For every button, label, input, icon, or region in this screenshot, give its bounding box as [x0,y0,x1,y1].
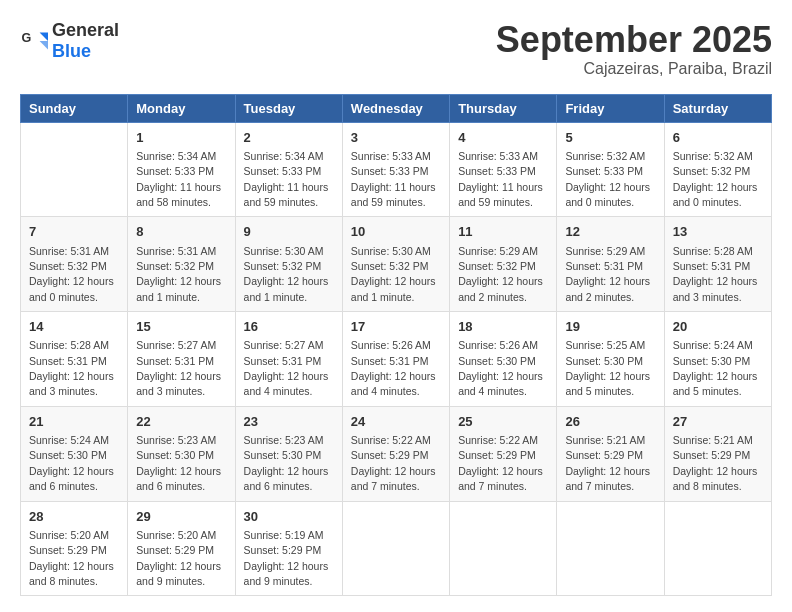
day-info: Sunrise: 5:22 AM Sunset: 5:29 PM Dayligh… [351,434,436,492]
day-info: Sunrise: 5:31 AM Sunset: 5:32 PM Dayligh… [29,245,114,303]
day-number: 14 [29,318,119,336]
day-number: 29 [136,508,226,526]
day-number: 5 [565,129,655,147]
svg-marker-1 [40,33,48,41]
week-row-1: 1Sunrise: 5:34 AM Sunset: 5:33 PM Daylig… [21,122,772,217]
day-info: Sunrise: 5:30 AM Sunset: 5:32 PM Dayligh… [351,245,436,303]
day-info: Sunrise: 5:25 AM Sunset: 5:30 PM Dayligh… [565,339,650,397]
day-info: Sunrise: 5:22 AM Sunset: 5:29 PM Dayligh… [458,434,543,492]
day-cell: 12Sunrise: 5:29 AM Sunset: 5:31 PM Dayli… [557,217,664,312]
day-cell: 16Sunrise: 5:27 AM Sunset: 5:31 PM Dayli… [235,312,342,407]
day-number: 7 [29,223,119,241]
day-number: 23 [244,413,334,431]
day-info: Sunrise: 5:27 AM Sunset: 5:31 PM Dayligh… [244,339,329,397]
day-cell: 10Sunrise: 5:30 AM Sunset: 5:32 PM Dayli… [342,217,449,312]
header-row: SundayMondayTuesdayWednesdayThursdayFrid… [21,94,772,122]
day-cell: 24Sunrise: 5:22 AM Sunset: 5:29 PM Dayli… [342,406,449,501]
day-number: 24 [351,413,441,431]
day-number: 22 [136,413,226,431]
day-cell: 25Sunrise: 5:22 AM Sunset: 5:29 PM Dayli… [450,406,557,501]
day-cell: 23Sunrise: 5:23 AM Sunset: 5:30 PM Dayli… [235,406,342,501]
week-row-3: 14Sunrise: 5:28 AM Sunset: 5:31 PM Dayli… [21,312,772,407]
day-cell: 29Sunrise: 5:20 AM Sunset: 5:29 PM Dayli… [128,501,235,596]
day-number: 18 [458,318,548,336]
calendar-table: SundayMondayTuesdayWednesdayThursdayFrid… [20,94,772,597]
day-info: Sunrise: 5:29 AM Sunset: 5:31 PM Dayligh… [565,245,650,303]
day-info: Sunrise: 5:34 AM Sunset: 5:33 PM Dayligh… [244,150,329,208]
day-cell: 9Sunrise: 5:30 AM Sunset: 5:32 PM Daylig… [235,217,342,312]
logo-icon: G [20,27,48,55]
day-cell: 13Sunrise: 5:28 AM Sunset: 5:31 PM Dayli… [664,217,771,312]
day-info: Sunrise: 5:32 AM Sunset: 5:32 PM Dayligh… [673,150,758,208]
day-number: 4 [458,129,548,147]
day-cell: 3Sunrise: 5:33 AM Sunset: 5:33 PM Daylig… [342,122,449,217]
day-info: Sunrise: 5:28 AM Sunset: 5:31 PM Dayligh… [673,245,758,303]
day-info: Sunrise: 5:32 AM Sunset: 5:33 PM Dayligh… [565,150,650,208]
calendar-header: SundayMondayTuesdayWednesdayThursdayFrid… [21,94,772,122]
week-row-5: 28Sunrise: 5:20 AM Sunset: 5:29 PM Dayli… [21,501,772,596]
day-info: Sunrise: 5:19 AM Sunset: 5:29 PM Dayligh… [244,529,329,587]
day-number: 19 [565,318,655,336]
svg-text:G: G [21,31,31,45]
header-saturday: Saturday [664,94,771,122]
day-number: 12 [565,223,655,241]
day-info: Sunrise: 5:31 AM Sunset: 5:32 PM Dayligh… [136,245,221,303]
header-thursday: Thursday [450,94,557,122]
day-info: Sunrise: 5:30 AM Sunset: 5:32 PM Dayligh… [244,245,329,303]
day-number: 10 [351,223,441,241]
day-cell: 20Sunrise: 5:24 AM Sunset: 5:30 PM Dayli… [664,312,771,407]
day-number: 21 [29,413,119,431]
day-number: 17 [351,318,441,336]
day-cell [664,501,771,596]
day-info: Sunrise: 5:23 AM Sunset: 5:30 PM Dayligh… [136,434,221,492]
day-cell: 27Sunrise: 5:21 AM Sunset: 5:29 PM Dayli… [664,406,771,501]
day-number: 3 [351,129,441,147]
header-sunday: Sunday [21,94,128,122]
day-info: Sunrise: 5:24 AM Sunset: 5:30 PM Dayligh… [673,339,758,397]
day-cell: 15Sunrise: 5:27 AM Sunset: 5:31 PM Dayli… [128,312,235,407]
week-row-4: 21Sunrise: 5:24 AM Sunset: 5:30 PM Dayli… [21,406,772,501]
day-cell: 1Sunrise: 5:34 AM Sunset: 5:33 PM Daylig… [128,122,235,217]
logo: G General Blue [20,20,119,62]
day-number: 16 [244,318,334,336]
day-cell: 6Sunrise: 5:32 AM Sunset: 5:32 PM Daylig… [664,122,771,217]
day-cell: 21Sunrise: 5:24 AM Sunset: 5:30 PM Dayli… [21,406,128,501]
header-wednesday: Wednesday [342,94,449,122]
day-cell: 5Sunrise: 5:32 AM Sunset: 5:33 PM Daylig… [557,122,664,217]
day-info: Sunrise: 5:27 AM Sunset: 5:31 PM Dayligh… [136,339,221,397]
day-info: Sunrise: 5:23 AM Sunset: 5:30 PM Dayligh… [244,434,329,492]
day-cell [557,501,664,596]
logo-blue: Blue [52,41,91,61]
day-cell: 30Sunrise: 5:19 AM Sunset: 5:29 PM Dayli… [235,501,342,596]
day-cell: 26Sunrise: 5:21 AM Sunset: 5:29 PM Dayli… [557,406,664,501]
day-number: 25 [458,413,548,431]
day-number: 11 [458,223,548,241]
day-number: 2 [244,129,334,147]
header-tuesday: Tuesday [235,94,342,122]
day-number: 13 [673,223,763,241]
day-cell: 28Sunrise: 5:20 AM Sunset: 5:29 PM Dayli… [21,501,128,596]
day-cell: 7Sunrise: 5:31 AM Sunset: 5:32 PM Daylig… [21,217,128,312]
day-number: 26 [565,413,655,431]
day-number: 15 [136,318,226,336]
day-cell: 4Sunrise: 5:33 AM Sunset: 5:33 PM Daylig… [450,122,557,217]
day-info: Sunrise: 5:24 AM Sunset: 5:30 PM Dayligh… [29,434,114,492]
month-title: September 2025 [496,20,772,60]
day-number: 1 [136,129,226,147]
day-info: Sunrise: 5:21 AM Sunset: 5:29 PM Dayligh… [673,434,758,492]
calendar-body: 1Sunrise: 5:34 AM Sunset: 5:33 PM Daylig… [21,122,772,596]
day-info: Sunrise: 5:34 AM Sunset: 5:33 PM Dayligh… [136,150,221,208]
day-number: 20 [673,318,763,336]
day-cell: 19Sunrise: 5:25 AM Sunset: 5:30 PM Dayli… [557,312,664,407]
day-cell: 8Sunrise: 5:31 AM Sunset: 5:32 PM Daylig… [128,217,235,312]
day-info: Sunrise: 5:29 AM Sunset: 5:32 PM Dayligh… [458,245,543,303]
location-title: Cajazeiras, Paraiba, Brazil [496,60,772,78]
day-number: 9 [244,223,334,241]
day-number: 6 [673,129,763,147]
day-cell: 14Sunrise: 5:28 AM Sunset: 5:31 PM Dayli… [21,312,128,407]
day-info: Sunrise: 5:28 AM Sunset: 5:31 PM Dayligh… [29,339,114,397]
day-cell [450,501,557,596]
day-number: 27 [673,413,763,431]
header-friday: Friday [557,94,664,122]
logo-general: General [52,20,119,40]
